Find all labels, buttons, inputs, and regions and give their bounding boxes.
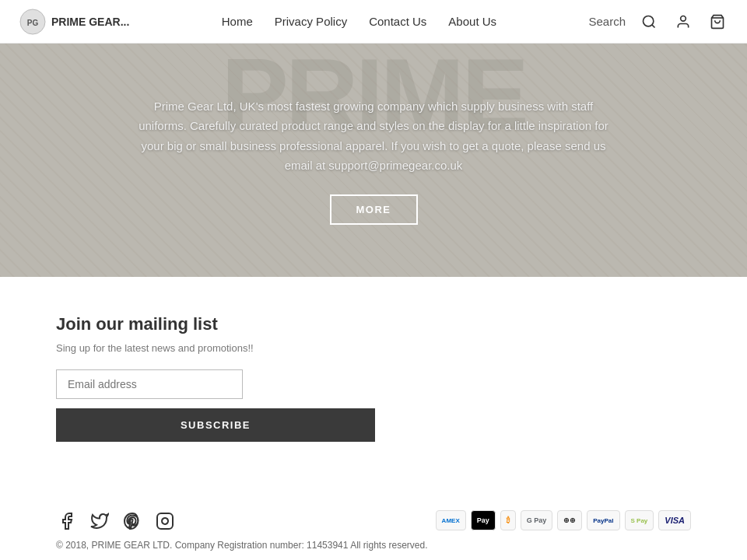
payment-visa: VISA bbox=[658, 510, 691, 530]
payment-icons: AMEX Pay ₿ G Pay ⊕⊕ PayPal S Pay VISA bbox=[436, 510, 691, 530]
search-icon bbox=[641, 14, 657, 30]
social-icons bbox=[56, 510, 176, 532]
payment-bitcoin: ₿ bbox=[500, 510, 516, 530]
mailing-title: Join our mailing list bbox=[56, 314, 691, 334]
hero-section: PRIME Prime Gear Ltd, UK's most fastest … bbox=[0, 44, 747, 277]
hero-content: Prime Gear Ltd, UK's most fastest growin… bbox=[121, 81, 626, 240]
pinterest-icon[interactable] bbox=[121, 510, 143, 532]
account-button[interactable] bbox=[672, 11, 694, 33]
payment-amex: AMEX bbox=[436, 510, 466, 530]
hero-description: Prime Gear Ltd, UK's most fastest growin… bbox=[136, 96, 611, 176]
cart-icon bbox=[710, 14, 725, 30]
svg-point-2 bbox=[643, 16, 653, 26]
twitter-icon[interactable] bbox=[89, 510, 110, 532]
payment-shopify: S Pay bbox=[625, 510, 654, 530]
logo-icon: PG bbox=[19, 8, 47, 36]
svg-text:PG: PG bbox=[27, 19, 39, 27]
person-icon bbox=[675, 14, 691, 30]
more-button[interactable]: MORE bbox=[330, 194, 418, 225]
mailing-subtitle: Sing up for the latest news and promotio… bbox=[56, 342, 691, 354]
search-button[interactable] bbox=[638, 11, 660, 33]
nav-contact[interactable]: Contact Us bbox=[369, 15, 426, 28]
header-right: Search bbox=[588, 11, 728, 33]
payment-mastercard: ⊕⊕ bbox=[557, 510, 582, 530]
svg-rect-6 bbox=[157, 513, 173, 529]
nav-home[interactable]: Home bbox=[222, 15, 253, 28]
payment-paypal: PayPal bbox=[587, 510, 619, 530]
nav-about[interactable]: About Us bbox=[448, 15, 496, 28]
main-nav: Home Privacy Policy Contact Us About Us bbox=[222, 15, 496, 28]
payment-apple-pay: Pay bbox=[471, 510, 496, 530]
search-area[interactable]: Search bbox=[588, 15, 626, 28]
logo[interactable]: PG PRIME GEAR... bbox=[19, 8, 129, 36]
facebook-icon[interactable] bbox=[56, 510, 78, 532]
svg-point-4 bbox=[681, 16, 686, 21]
subscribe-button[interactable]: SUBSCRIBE bbox=[56, 408, 375, 442]
footer-row: AMEX Pay ₿ G Pay ⊕⊕ PayPal S Pay VISA bbox=[56, 510, 691, 532]
cart-button[interactable] bbox=[707, 11, 728, 33]
nav-privacy[interactable]: Privacy Policy bbox=[275, 15, 347, 28]
search-label: Search bbox=[588, 15, 626, 28]
footer: AMEX Pay ₿ G Pay ⊕⊕ PayPal S Pay VISA © … bbox=[0, 479, 747, 560]
email-field[interactable] bbox=[56, 369, 243, 399]
instagram-icon[interactable] bbox=[154, 510, 176, 532]
payment-google-pay: G Pay bbox=[521, 510, 553, 530]
logo-text: PRIME GEAR... bbox=[51, 16, 129, 28]
copyright-text: © 2018, PRIME GEAR LTD. Company Registra… bbox=[56, 538, 691, 553]
main-content: Join our mailing list Sing up for the la… bbox=[0, 277, 747, 479]
svg-line-3 bbox=[652, 24, 655, 27]
header: PG PRIME GEAR... Home Privacy Policy Con… bbox=[0, 0, 747, 44]
